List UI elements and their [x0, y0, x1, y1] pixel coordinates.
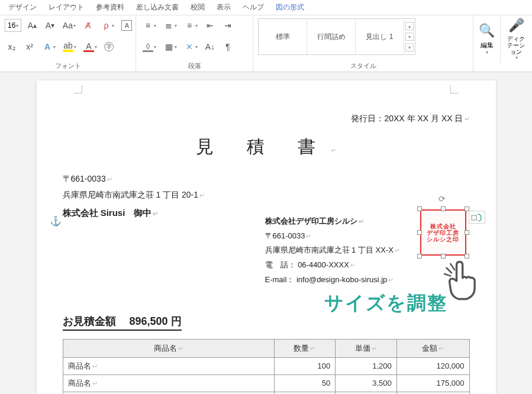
- ribbon-group-font: 16▾ A▴ A▾ Aa▾ A̸ ρ▾ A x₂ x² A▾ ab▾ A▾ 字 …: [0, 15, 136, 72]
- text-effects-button[interactable]: A▾: [40, 40, 57, 54]
- decrease-font-button[interactable]: A▾: [43, 18, 57, 33]
- anchor-icon: ⚓: [50, 215, 62, 227]
- cell-total: 175,000: [396, 374, 469, 392]
- resize-handle-bl[interactable]: [417, 254, 422, 259]
- company-seal-stamp: 株式会社 デザ印工房 シルシ之印: [420, 209, 466, 256]
- dictation-button[interactable]: 🎤 ディクテーション ▾: [501, 15, 531, 63]
- shading-button[interactable]: ◊▾: [141, 40, 158, 54]
- cell-total: 280,500: [396, 392, 469, 394]
- quote-label: お見積金額: [63, 315, 116, 327]
- show-marks-button[interactable]: ¶: [221, 40, 235, 54]
- cell-qty: 50: [274, 374, 336, 392]
- tab-layout[interactable]: レイアウト: [43, 0, 90, 15]
- tab-picture-format[interactable]: 図の形式: [270, 0, 310, 15]
- layout-options-icon: [471, 213, 483, 221]
- numbering-button[interactable]: ≣▾: [162, 18, 179, 33]
- tab-review[interactable]: 校閲: [185, 0, 211, 15]
- borders-icon: ▦: [163, 41, 174, 52]
- layout-options-button[interactable]: [469, 211, 485, 224]
- cell-unit: 1,200: [336, 357, 397, 374]
- quote-total: お見積金額 896,500 円: [63, 314, 182, 331]
- cell-qty: 100: [274, 357, 336, 374]
- col-qty: 数量↵: [274, 339, 336, 357]
- tab-references[interactable]: 参考資料: [90, 0, 130, 15]
- tab-design[interactable]: デザイン: [2, 0, 43, 15]
- styles-group-label: スタイル: [258, 60, 468, 72]
- table-row: 商品名↵ 50 3,500 175,000: [63, 374, 469, 392]
- recipient-address: 兵庫県尼崎市南武庫之荘 1 丁目 20-1↵: [63, 187, 470, 203]
- style-normal[interactable]: 標準: [259, 19, 307, 54]
- cell-unit: 9,350: [336, 392, 397, 394]
- pilcrow-icon: ¶: [223, 41, 233, 52]
- indent-icon: ⇥: [223, 20, 233, 31]
- col-name: 商品名↵: [63, 339, 274, 357]
- cell-name: 商品名↵: [63, 357, 274, 374]
- tab-mailings[interactable]: 差し込み文書: [130, 0, 185, 15]
- change-case-button[interactable]: Aa▾: [60, 18, 78, 33]
- font-color-button[interactable]: A▾: [82, 40, 99, 54]
- sender-tel: 電 話： 06-4400-XXXX↵: [265, 258, 443, 273]
- resize-handle-l[interactable]: [417, 230, 422, 235]
- col-total: 金額↵: [396, 339, 469, 357]
- phonetic-guide-button[interactable]: ρ▾: [99, 18, 116, 33]
- borders-button[interactable]: ▦▾: [162, 40, 179, 54]
- edit-label: 編集: [481, 41, 494, 50]
- distribute-button[interactable]: ✕▾: [182, 40, 199, 54]
- stamp-image[interactable]: ⟳ 株式会社 デザ印工房 シルシ之印: [420, 209, 466, 256]
- char-border-button[interactable]: A: [120, 18, 134, 33]
- superscript-button[interactable]: x²: [22, 40, 37, 54]
- resize-handle-r[interactable]: [465, 230, 469, 235]
- rotate-handle-icon[interactable]: ⟳: [439, 194, 448, 204]
- cell-name: 商品名↵: [63, 392, 274, 394]
- items-table: 商品名↵ 数量↵ 単価↵ 金額↵ 商品名↵ 100 1,200 120,000 …: [63, 339, 470, 394]
- numbering-icon: ≣: [163, 20, 174, 31]
- increase-font-button[interactable]: A▴: [25, 18, 39, 33]
- annotation-text: サイズを調整: [324, 290, 447, 317]
- sort-button[interactable]: A↓: [203, 40, 217, 54]
- decrease-indent-button[interactable]: ⇤: [203, 18, 217, 33]
- col-unit: 単価↵: [336, 339, 397, 357]
- document-page: 発行日：20XX 年 XX 月 XX 日↵ 見 積 書↵ 〒661-0033↵ …: [37, 80, 496, 394]
- font-group-label: フォント: [5, 60, 131, 72]
- clear-format-button[interactable]: A̸: [81, 18, 95, 33]
- resize-handle-t[interactable]: [441, 206, 446, 211]
- ribbon-group-paragraph: ≡▾ ≣▾ ≡▾ ⇤ ⇥ ◊▾ ▦▾ ✕▾ A↓ ¶ 段落: [136, 15, 253, 72]
- quote-amount: 896,500 円: [130, 315, 182, 327]
- recipient-postal: 〒661-0033↵: [63, 171, 470, 187]
- margin-corner-tr: [450, 85, 459, 93]
- sender-company: 株式会社デザ印工房シルシ↵: [265, 214, 443, 229]
- highlight-button[interactable]: ab▾: [61, 40, 78, 54]
- tab-help[interactable]: ヘルプ: [237, 0, 270, 15]
- document-canvas[interactable]: 発行日：20XX 年 XX 月 XX 日↵ 見 積 書↵ 〒661-0033↵ …: [0, 72, 532, 394]
- style-heading1[interactable]: 見出し 1: [356, 19, 404, 54]
- table-row: 商品名↵ 30 9,350 280,500: [63, 392, 469, 394]
- multilevel-button[interactable]: ≡▾: [182, 18, 199, 33]
- increase-indent-button[interactable]: ⇥: [221, 18, 235, 33]
- hand-pointer-icon: [441, 257, 482, 304]
- cell-qty: 30: [274, 392, 336, 394]
- outdent-icon: ⇤: [205, 20, 215, 31]
- paragraph-group-label: 段落: [141, 60, 248, 72]
- table-row: 商品名↵ 100 1,200 120,000: [63, 357, 469, 374]
- shading-icon: ◊: [143, 41, 153, 52]
- styles-gallery: 標準 行間詰め 見出し 1 ▴▾▾: [258, 18, 415, 55]
- styles-more-button[interactable]: ▴▾▾: [404, 19, 415, 54]
- cell-total: 120,000: [396, 357, 469, 374]
- font-size-input[interactable]: 16▾: [5, 19, 21, 32]
- font-size-value: 16: [8, 21, 15, 30]
- enclose-char-button[interactable]: 字: [102, 40, 115, 53]
- edit-button[interactable]: 🔍 編集 ▾: [473, 15, 501, 63]
- sort-icon: A↓: [205, 41, 215, 52]
- bullets-icon: ≡: [143, 20, 153, 31]
- resize-handle-tl[interactable]: [417, 206, 422, 211]
- svg-rect-0: [472, 215, 476, 220]
- subscript-button[interactable]: x₂: [5, 40, 19, 54]
- style-no-spacing[interactable]: 行間詰め: [307, 19, 356, 54]
- sender-email: E-mail： info@design-kobo-sirusi.jp↵: [265, 273, 443, 288]
- tab-view[interactable]: 表示: [211, 0, 237, 15]
- mic-icon: 🎤: [508, 18, 524, 33]
- ribbon: 16▾ A▴ A▾ Aa▾ A̸ ρ▾ A x₂ x² A▾ ab▾ A▾ 字 …: [0, 15, 532, 72]
- multilevel-icon: ≡: [184, 20, 195, 31]
- cell-name: 商品名↵: [63, 374, 274, 392]
- bullets-button[interactable]: ≡▾: [141, 18, 158, 33]
